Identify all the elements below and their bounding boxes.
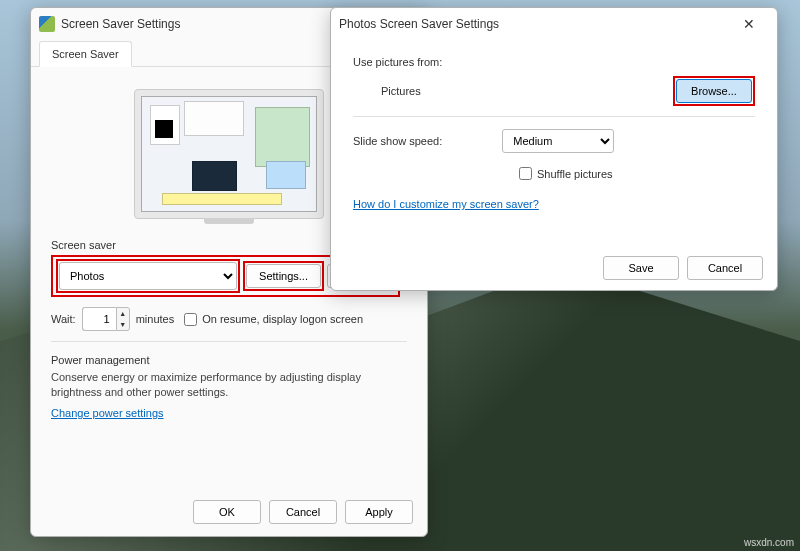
cancel-button[interactable]: Cancel [269, 500, 337, 524]
wait-unit: minutes [136, 313, 175, 325]
screensaver-select[interactable]: Photos [59, 262, 237, 290]
app-icon [39, 16, 55, 32]
tab-screen-saver[interactable]: Screen Saver [39, 41, 132, 67]
cancel-button[interactable]: Cancel [687, 256, 763, 280]
slideshow-speed-select[interactable]: Medium [502, 129, 614, 153]
monitor-icon [134, 89, 324, 219]
watermark: wsxdn.com [744, 537, 794, 548]
power-management-label: Power management [51, 354, 407, 366]
apply-button[interactable]: Apply [345, 500, 413, 524]
wait-input[interactable] [82, 307, 116, 331]
wait-spinner[interactable]: ▲ ▼ [82, 307, 130, 331]
close-button[interactable]: ✕ [729, 10, 769, 38]
spin-up-icon[interactable]: ▲ [117, 308, 129, 319]
ok-button[interactable]: OK [193, 500, 261, 524]
save-button[interactable]: Save [603, 256, 679, 280]
power-management-desc: Conserve energy or maximize performance … [51, 370, 407, 401]
spin-down-icon[interactable]: ▼ [117, 319, 129, 330]
browse-button[interactable]: Browse... [676, 79, 752, 103]
slideshow-speed-label: Slide show speed: [353, 135, 442, 147]
settings-button[interactable]: Settings... [246, 264, 321, 288]
pictures-folder: Pictures [353, 85, 421, 97]
window-title: Photos Screen Saver Settings [339, 17, 499, 31]
close-icon: ✕ [743, 16, 755, 32]
on-resume-checkbox[interactable]: On resume, display logon screen [184, 313, 363, 326]
titlebar: Photos Screen Saver Settings ✕ [331, 8, 777, 40]
photos-screensaver-settings-window: Photos Screen Saver Settings ✕ Use pictu… [330, 7, 778, 291]
wait-label: Wait: [51, 313, 76, 325]
window-title: Screen Saver Settings [61, 17, 180, 31]
customize-help-link[interactable]: How do I customize my screen saver? [353, 198, 539, 210]
change-power-settings-link[interactable]: Change power settings [51, 407, 164, 419]
use-pictures-label: Use pictures from: [353, 56, 755, 68]
shuffle-checkbox[interactable]: Shuffle pictures [519, 167, 613, 180]
